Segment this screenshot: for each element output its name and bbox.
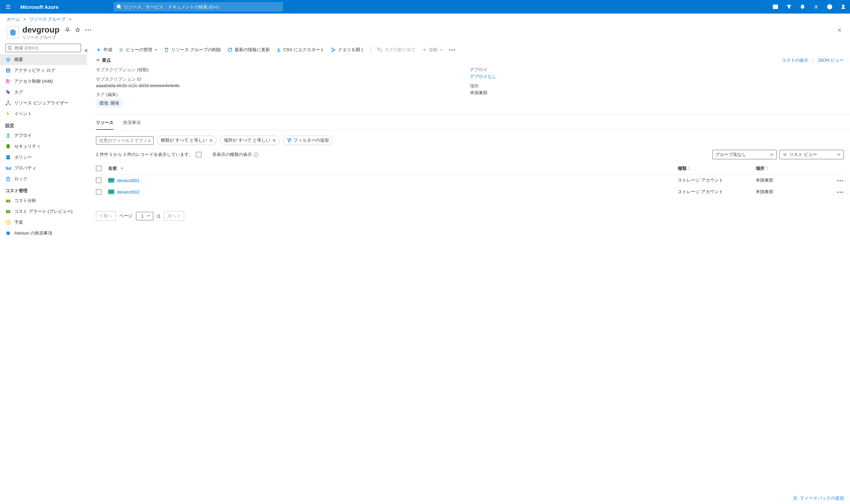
nav-cost-analysis[interactable]: $コスト分析	[0, 195, 86, 206]
resource-link[interactable]: devacct002	[117, 190, 140, 195]
resource-link[interactable]: devacct001	[117, 178, 140, 183]
nav-activity-log[interactable]: アクティビティ ログ	[0, 65, 86, 76]
table-row[interactable]: devacct002 ストレージ アカウント 米国東部 •••	[96, 186, 844, 198]
remove-filter-icon[interactable]: ✕	[209, 138, 213, 143]
tab-resources[interactable]: リソース	[96, 120, 113, 130]
deploy-value-link[interactable]: デプロイなし	[470, 74, 496, 79]
directory-filter-icon[interactable]	[782, 0, 796, 14]
delete-rg-button[interactable]: リソース グループの削除	[164, 47, 221, 53]
group-by-select[interactable]: グループ化なし	[712, 150, 777, 159]
next-page-button[interactable]: 次へ >	[164, 211, 184, 221]
row-more-icon[interactable]: •••	[830, 190, 844, 195]
view-mode-select[interactable]: リスト ビュー	[779, 150, 844, 159]
nav-iam[interactable]: アクセス制御 (IAM)	[0, 76, 86, 87]
move-button[interactable]: 移動	[422, 47, 443, 53]
nav-section-cost: コスト管理	[0, 184, 86, 195]
refresh-button[interactable]: 最新の情報に更新	[227, 47, 270, 53]
brand-label[interactable]: Microsoft Azure	[16, 4, 63, 10]
nav-budgets[interactable]: 予算	[0, 217, 86, 228]
nav-label: リソース ビジュアライザー	[14, 100, 69, 106]
help-icon[interactable]	[823, 0, 836, 14]
nav-label: イベント	[14, 111, 32, 117]
svg-rect-12	[7, 179, 10, 181]
nav-tags[interactable]: タグ	[0, 87, 86, 97]
more-icon[interactable]: •••	[85, 28, 92, 33]
favorite-icon[interactable]	[75, 27, 81, 33]
row-checkbox[interactable]	[96, 189, 101, 195]
svg-text:$: $	[7, 200, 9, 202]
manage-view-button[interactable]: ビューの管理	[118, 47, 158, 53]
tags-edit-link[interactable]: 編集	[107, 92, 116, 97]
notifications-icon[interactable]	[796, 0, 809, 14]
tab-recommendations[interactable]: 推奨事項	[123, 120, 141, 130]
svg-point-2	[815, 6, 817, 7]
col-header-name[interactable]: 名前	[108, 165, 678, 172]
nav-overview[interactable]: 概要	[0, 54, 86, 65]
nav-policies[interactable]: ポリシー	[0, 152, 86, 163]
pin-icon[interactable]	[65, 27, 70, 33]
nav-resource-visualizer[interactable]: リソース ビジュアライザー	[0, 97, 86, 108]
row-more-icon[interactable]: •••	[830, 178, 844, 183]
breadcrumb-rg[interactable]: リソース グループ	[29, 17, 66, 22]
sidebar-search-input[interactable]	[5, 44, 81, 52]
info-icon[interactable]: i	[254, 152, 258, 157]
prev-page-button[interactable]: < 前へ	[96, 211, 116, 221]
table-row[interactable]: devacct001 ストレージ アカウント 米国東部 •••	[96, 175, 844, 186]
properties-icon	[5, 165, 11, 171]
resource-group-icon	[7, 26, 19, 39]
content-tabs: リソース 推奨事項	[90, 115, 850, 130]
svg-point-8	[7, 101, 9, 102]
col-header-location[interactable]: 場所	[756, 165, 830, 172]
breadcrumb-home[interactable]: ホーム	[7, 17, 20, 22]
view-cost-link[interactable]: コストの表示	[782, 57, 808, 64]
remove-filter-icon[interactable]: ✕	[272, 138, 276, 143]
show-hidden-checkbox[interactable]	[196, 152, 201, 157]
row-checkbox[interactable]	[96, 178, 101, 183]
svg-rect-1	[773, 5, 778, 9]
cloud-shell-icon[interactable]	[768, 0, 782, 14]
nav-events[interactable]: イベント	[0, 108, 86, 119]
nav-locks[interactable]: ロック	[0, 174, 86, 184]
json-view-link[interactable]: JSON ビュー	[818, 57, 844, 64]
filter-input[interactable]	[96, 136, 154, 145]
records-summary: 2 件中 1 から 2 件のレコードを表示しています。	[96, 151, 193, 158]
open-query-button[interactable]: クエリを開く	[331, 47, 365, 53]
global-search-input[interactable]	[124, 4, 280, 10]
events-icon	[5, 111, 11, 116]
visualizer-icon	[5, 100, 11, 106]
select-all-checkbox[interactable]	[96, 166, 101, 171]
page-select[interactable]: 1	[136, 212, 153, 220]
hamburger-menu[interactable]	[0, 0, 16, 14]
add-filter-button[interactable]: フィルターの追加	[283, 136, 333, 145]
budget-icon	[5, 220, 11, 225]
export-csv-button[interactable]: CSV にエクスポート	[276, 47, 324, 53]
collapse-essentials-icon[interactable]	[96, 58, 100, 63]
nav-label: アクティビティ ログ	[14, 68, 55, 74]
nav-security[interactable]: セキュリティ	[0, 141, 86, 152]
assign-tags-button[interactable]: タグの割り当て	[377, 47, 415, 53]
sidebar: 概要 アクティビティ ログ アクセス制御 (IAM) タグ リソース ビジュアラ…	[0, 44, 86, 239]
nav-label: タグ	[14, 89, 23, 95]
content-area: 作成 ビューの管理 リソース グループの削除 最新の情報に更新 CSV にエクス…	[86, 44, 850, 239]
nav-properties[interactable]: プロパティ	[0, 163, 86, 174]
toolbar-overflow[interactable]: •••	[449, 48, 456, 53]
global-search[interactable]	[113, 2, 283, 12]
nav-deployments[interactable]: デプロイ	[0, 130, 86, 141]
location-filter-pill[interactable]: 場所が すべて と等しい✕	[220, 136, 280, 145]
svg-point-22	[334, 49, 335, 51]
close-blade-icon[interactable]	[836, 26, 843, 35]
type-filter-pill[interactable]: 種類が すべて と等しい✕	[157, 136, 217, 145]
nav-cost-alerts[interactable]: $コスト アラート (プレビュー)	[0, 206, 86, 217]
subscription-move-link[interactable]: 移動	[138, 67, 147, 72]
svg-point-19	[7, 232, 9, 234]
location-label: 場所	[470, 83, 844, 89]
create-button[interactable]: 作成	[96, 47, 112, 53]
breadcrumb-separator: >	[69, 17, 72, 22]
nav-advisor[interactable]: Advisor の推奨事項	[0, 228, 86, 239]
toolbar-divider	[371, 47, 371, 53]
feedback-top-icon[interactable]	[836, 0, 850, 14]
tag-pill[interactable]: 環境: 開発	[96, 99, 123, 108]
col-header-type[interactable]: 種類	[678, 165, 756, 172]
settings-icon[interactable]	[809, 0, 823, 14]
essentials-panel: 要点 コストの表示 | JSON ビュー サブスクリプション (移動) サブスク…	[90, 56, 850, 115]
